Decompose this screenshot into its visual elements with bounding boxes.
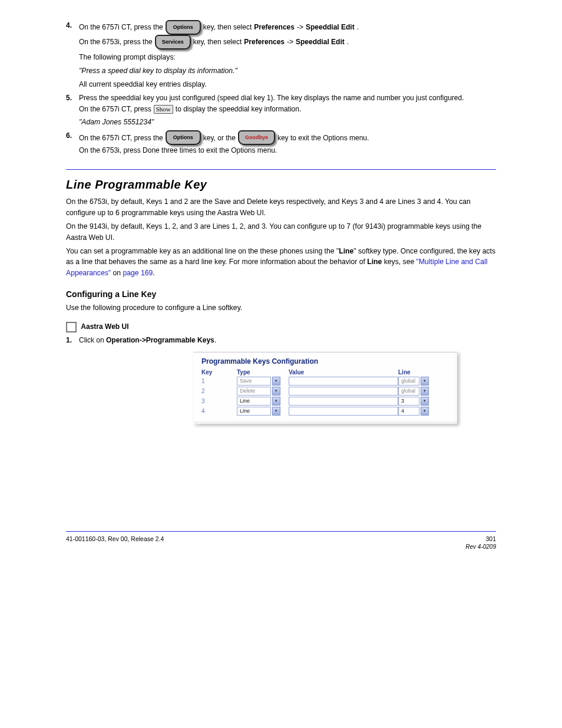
text: key, then select [193, 37, 242, 48]
footer-revision: Rev 4-0209 [465, 543, 496, 550]
text: keys, see [382, 258, 416, 266]
step-text: On the 6757i CT, press the Options key, … [79, 20, 496, 50]
cfg-row: 1Save▾global▾ [201, 377, 451, 386]
cfg-key: 3 [201, 398, 237, 404]
text: key, then select [203, 22, 252, 33]
cfg-line-select: global▾ [398, 387, 435, 396]
display-quote-text: "Adam Jones 5551234" [79, 118, 154, 126]
text: key, or the [203, 133, 236, 144]
term: Line [339, 247, 353, 255]
step-number: 1. [66, 335, 79, 346]
menu-path: Preferences [254, 22, 295, 33]
section-rule [66, 169, 496, 170]
arrow: -> [297, 22, 303, 33]
step-text: Press the speeddial key you just configu… [79, 93, 496, 115]
paragraph: Use the following procedure to configure… [66, 302, 496, 314]
cfg-line-select: global▾ [398, 377, 435, 386]
cfg-value-input[interactable] [289, 397, 398, 406]
text: . [357, 22, 359, 33]
cfg-key: 4 [201, 408, 237, 414]
prompt-quote: "Press a speed dial key to display its i… [79, 65, 496, 77]
text: On the 6753i, press the [79, 37, 153, 48]
step-text: On the 6757i CT, press the Options key, … [79, 130, 496, 156]
web-ui-label: Aastra Web UI [81, 322, 128, 331]
arrow: -> [287, 37, 293, 48]
section-title: Line Programmable Key [66, 178, 496, 192]
options-hardkey: Options [166, 20, 201, 35]
text: On the 6757i CT, press the [79, 22, 163, 33]
text: On the 6757i CT, press [79, 104, 151, 115]
menu-path: Preferences [244, 37, 285, 48]
cfg-line-select[interactable]: 3▾ [398, 397, 435, 406]
menu-path: Speeddial Edit [296, 37, 345, 48]
footer-page-number: 301 [465, 535, 496, 542]
step-text: Click on Operation->Programmable Keys. [79, 335, 496, 346]
services-hardkey: Services [155, 35, 191, 50]
step-4: 4. On the 6757i CT, press the Options ke… [66, 20, 496, 50]
step-number: 5. [66, 93, 79, 104]
cfg-type-select: Save▾ [237, 377, 289, 386]
cfg-key: 1 [201, 378, 237, 384]
chevron-down-icon[interactable]: ▾ [421, 397, 429, 406]
cfg-value-input[interactable] [289, 377, 398, 386]
text: On the 6753i, press Done three times to … [79, 146, 277, 154]
chevron-down-icon: ▾ [272, 377, 280, 386]
chevron-down-icon[interactable]: ▾ [272, 407, 280, 416]
text: . [153, 269, 154, 277]
cfg-type-select[interactable]: Line▾ [237, 397, 289, 406]
web-ui-heading: Aastra Web UI [66, 322, 496, 332]
web-step-1: 1. Click on Operation->Programmable Keys… [66, 335, 496, 346]
aastra-web-ui-icon [66, 322, 77, 332]
text: key to exit the Options menu. [277, 133, 369, 144]
paragraph: On the 6753i, by default, Keys 1 and 2 a… [66, 196, 496, 219]
cfg-type-select[interactable]: Line▾ [237, 407, 289, 416]
col-value: Value [289, 369, 398, 375]
cfg-title: Programmable Keys Configuration [201, 357, 451, 365]
cfg-row: 4Line▾4▾ [201, 407, 451, 416]
cfg-value-input[interactable] [289, 407, 398, 416]
step-number: 4. [66, 20, 79, 31]
text: On the 6757i CT, press the [79, 133, 163, 144]
cross-ref-page[interactable]: page 169 [123, 269, 153, 277]
paragraph: On the 9143i, by default, Keys 1, 2, and… [66, 221, 496, 243]
programmable-keys-screenshot: Programmable Keys Configuration Key Type… [193, 352, 457, 424]
col-key: Key [201, 369, 237, 375]
text: Press the speeddial key you just configu… [79, 94, 464, 102]
cfg-row: 3Line▾3▾ [201, 397, 451, 406]
cfg-key: 2 [201, 388, 237, 394]
prompt-quote-text: "Press a speed dial key to display its i… [79, 67, 237, 75]
chevron-down-icon[interactable]: ▾ [272, 397, 280, 406]
col-line: Line [398, 369, 435, 375]
options-hardkey: Options [166, 130, 201, 145]
cfg-line-select[interactable]: 4▾ [398, 407, 435, 416]
cfg-type-select: Delete▾ [237, 387, 289, 396]
chevron-down-icon: ▾ [272, 387, 280, 396]
text: . [347, 37, 349, 48]
paragraph: All current speeddial key entries displa… [79, 79, 496, 90]
cfg-value-input[interactable] [289, 387, 398, 396]
show-softkey: Show [154, 105, 173, 114]
nav-path: Operation->Programmable Keys [106, 336, 214, 344]
text: to display the speeddial key information… [176, 104, 301, 115]
chevron-down-icon[interactable]: ▾ [421, 407, 429, 416]
chevron-down-icon: ▾ [421, 387, 429, 396]
display-quote: "Adam Jones 5551234" [79, 117, 496, 128]
paragraph: The following prompt displays: [79, 52, 496, 63]
step-6: 6. On the 6757i CT, press the Options ke… [66, 130, 496, 156]
text: . [214, 336, 216, 344]
footer-doc-id: 41-001160-03, Rev 00, Release 2.4 [66, 535, 164, 550]
text: You can set a programmable key as an add… [66, 247, 339, 255]
term: Line [367, 258, 382, 266]
menu-path: Speeddial Edit [306, 22, 355, 33]
text: on [111, 269, 123, 277]
subsection-title: Configuring a Line Key [66, 289, 496, 299]
step-number: 6. [66, 130, 79, 141]
text: Click on [79, 336, 106, 344]
footer-rule [66, 531, 496, 532]
chevron-down-icon: ▾ [421, 377, 429, 386]
cfg-row: 2Delete▾global▾ [201, 387, 451, 396]
paragraph: You can set a programmable key as an add… [66, 246, 496, 279]
step-5: 5. Press the speeddial key you just conf… [66, 93, 496, 115]
col-type: Type [237, 369, 289, 375]
page-footer: 41-001160-03, Rev 00, Release 2.4 301 Re… [66, 535, 496, 550]
